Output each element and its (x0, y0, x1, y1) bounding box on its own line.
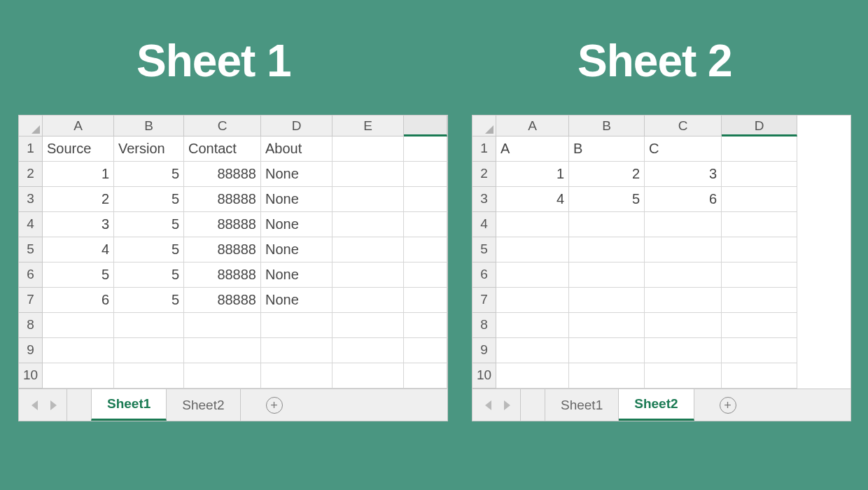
row-header-2[interactable]: 2 (472, 162, 496, 187)
row-header-4[interactable]: 4 (19, 212, 43, 237)
cell-A1[interactable]: A (496, 136, 569, 162)
cell-x3[interactable] (404, 187, 447, 212)
row-header-5[interactable]: 5 (19, 237, 43, 262)
row-header-7[interactable]: 7 (19, 288, 43, 313)
cell-B6[interactable] (569, 262, 645, 288)
cell-A8[interactable] (43, 313, 114, 338)
prev-sheet-icon[interactable] (31, 400, 38, 410)
cell-A4[interactable] (496, 212, 569, 237)
select-all-corner[interactable] (472, 115, 496, 136)
cell-E10[interactable] (332, 363, 404, 388)
cell-A5[interactable]: 4 (43, 237, 114, 262)
cell-D10[interactable] (722, 363, 797, 388)
prev-sheet-icon[interactable] (485, 400, 491, 410)
cell-A6[interactable]: 5 (43, 262, 114, 288)
cell-A9[interactable] (43, 338, 114, 363)
row-header-8[interactable]: 8 (472, 313, 496, 338)
tab-sheet2[interactable]: Sheet2 (167, 389, 240, 421)
cell-D8[interactable] (722, 313, 797, 338)
column-header-B[interactable]: B (569, 115, 645, 136)
column-header-C[interactable]: C (184, 115, 261, 136)
row-header-1[interactable]: 1 (472, 136, 496, 162)
cell-B4[interactable] (569, 212, 645, 237)
cell-D6[interactable]: None (261, 262, 332, 288)
cell-B3[interactable]: 5 (569, 187, 645, 212)
column-header-C[interactable]: C (645, 115, 722, 136)
cell-A7[interactable] (496, 288, 569, 313)
row-header-10[interactable]: 10 (19, 363, 43, 388)
cell-D4[interactable]: None (261, 212, 332, 237)
cell-E4[interactable] (332, 212, 404, 237)
cell-E5[interactable] (332, 237, 404, 262)
select-all-corner[interactable] (19, 115, 43, 136)
cell-B10[interactable] (114, 363, 184, 388)
cell-C2[interactable]: 88888 (184, 162, 261, 187)
cell-A8[interactable] (496, 313, 569, 338)
cell-B10[interactable] (569, 363, 645, 388)
cell-D1[interactable]: About (261, 136, 332, 162)
cell-E2[interactable] (332, 162, 404, 187)
cell-A2[interactable]: 1 (43, 162, 114, 187)
cell-A3[interactable]: 2 (43, 187, 114, 212)
cell-B3[interactable]: 5 (114, 187, 184, 212)
cell-C7[interactable]: 88888 (184, 288, 261, 313)
cell-C5[interactable]: 88888 (184, 237, 261, 262)
cell-A5[interactable] (496, 237, 569, 262)
cell-C10[interactable] (184, 363, 261, 388)
cell-C2[interactable]: 3 (645, 162, 722, 187)
cell-A2[interactable]: 1 (496, 162, 569, 187)
cell-x6[interactable] (404, 262, 447, 288)
cell-A7[interactable]: 6 (43, 288, 114, 313)
cell-C7[interactable] (645, 288, 722, 313)
row-header-10[interactable]: 10 (472, 363, 496, 388)
row-header-3[interactable]: 3 (472, 187, 496, 212)
cell-D9[interactable] (261, 338, 332, 363)
cell-D5[interactable] (722, 237, 797, 262)
cell-B9[interactable] (569, 338, 645, 363)
cell-D7[interactable]: None (261, 288, 332, 313)
cell-E1[interactable] (332, 136, 404, 162)
cell-A3[interactable]: 4 (496, 187, 569, 212)
cell-D9[interactable] (722, 338, 797, 363)
row-header-4[interactable]: 4 (472, 212, 496, 237)
cell-E3[interactable] (332, 187, 404, 212)
cell-C4[interactable] (645, 212, 722, 237)
cell-A9[interactable] (496, 338, 569, 363)
row-header-2[interactable]: 2 (19, 162, 43, 187)
row-header-6[interactable]: 6 (472, 262, 496, 288)
cell-x1[interactable] (404, 136, 447, 162)
cell-B2[interactable]: 5 (114, 162, 184, 187)
cell-C6[interactable]: 88888 (184, 262, 261, 288)
cell-D5[interactable]: None (261, 237, 332, 262)
cell-x10[interactable] (404, 363, 447, 388)
cell-B9[interactable] (114, 338, 184, 363)
cell-B6[interactable]: 5 (114, 262, 184, 288)
cell-C3[interactable]: 88888 (184, 187, 261, 212)
cell-C1[interactable]: Contact (184, 136, 261, 162)
cell-A6[interactable] (496, 262, 569, 288)
column-header-E[interactable]: E (332, 115, 404, 136)
cell-C8[interactable] (645, 313, 722, 338)
cell-A4[interactable]: 3 (43, 212, 114, 237)
cell-B7[interactable]: 5 (114, 288, 184, 313)
cell-A10[interactable] (43, 363, 114, 388)
cell-E8[interactable] (332, 313, 404, 338)
column-header-A[interactable]: A (496, 115, 569, 136)
right-grid[interactable]: ABCD1ABC2123345645678910 (472, 115, 850, 388)
cell-C9[interactable] (184, 338, 261, 363)
row-header-7[interactable]: 7 (472, 288, 496, 313)
column-header-blank[interactable] (404, 115, 447, 136)
cell-C4[interactable]: 88888 (184, 212, 261, 237)
row-header-9[interactable]: 9 (472, 338, 496, 363)
cell-B7[interactable] (569, 288, 645, 313)
cell-C3[interactable]: 6 (645, 187, 722, 212)
cell-B5[interactable]: 5 (114, 237, 184, 262)
cell-D1[interactable] (722, 136, 797, 162)
cell-x5[interactable] (404, 237, 447, 262)
tab-sheet1[interactable]: Sheet1 (91, 389, 167, 421)
cell-B2[interactable]: 2 (569, 162, 645, 187)
cell-C6[interactable] (645, 262, 722, 288)
column-header-D[interactable]: D (722, 115, 797, 136)
cell-D2[interactable]: None (261, 162, 332, 187)
tab-sheet1[interactable]: Sheet1 (545, 389, 619, 421)
